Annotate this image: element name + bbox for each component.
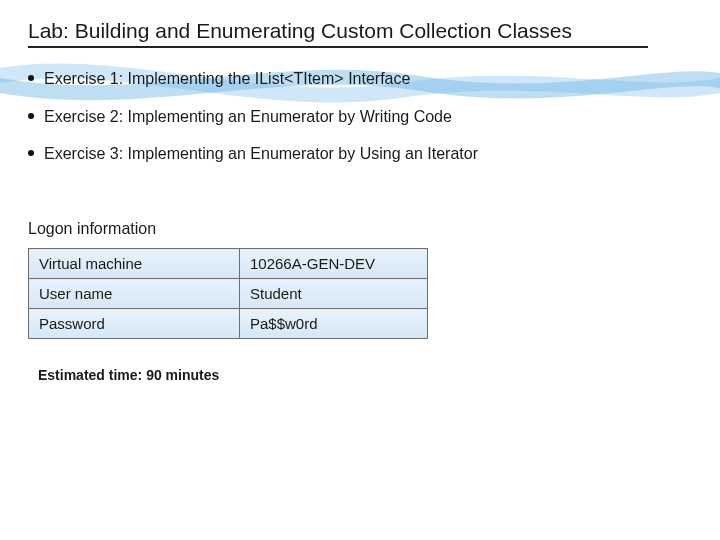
table-row: User name Student (29, 279, 428, 309)
exercise-item: Exercise 1: Implementing the IList<TItem… (28, 68, 648, 90)
logon-value: 10266A-GEN-DEV (240, 249, 428, 279)
exercise-item: Exercise 3: Implementing an Enumerator b… (28, 143, 648, 165)
logon-heading: Logon information (28, 220, 692, 238)
logon-value: Student (240, 279, 428, 309)
logon-label: Password (29, 309, 240, 339)
exercise-item: Exercise 2: Implementing an Enumerator b… (28, 106, 648, 128)
exercise-list: Exercise 1: Implementing the IList<TItem… (28, 68, 648, 165)
logon-label: User name (29, 279, 240, 309)
logon-value: Pa$$w0rd (240, 309, 428, 339)
table-row: Password Pa$$w0rd (29, 309, 428, 339)
logon-table: Virtual machine 10266A-GEN-DEV User name… (28, 248, 428, 339)
slide-title: Lab: Building and Enumerating Custom Col… (28, 18, 648, 48)
estimated-time: Estimated time: 90 minutes (38, 367, 692, 383)
table-row: Virtual machine 10266A-GEN-DEV (29, 249, 428, 279)
logon-label: Virtual machine (29, 249, 240, 279)
slide: Lab: Building and Enumerating Custom Col… (0, 0, 720, 540)
